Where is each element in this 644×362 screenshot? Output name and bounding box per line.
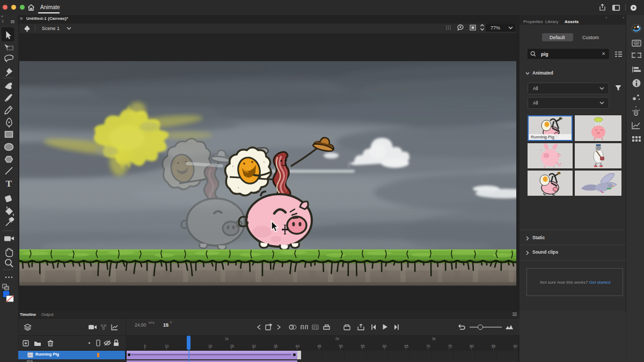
svg-text:T: T (6, 179, 12, 189)
